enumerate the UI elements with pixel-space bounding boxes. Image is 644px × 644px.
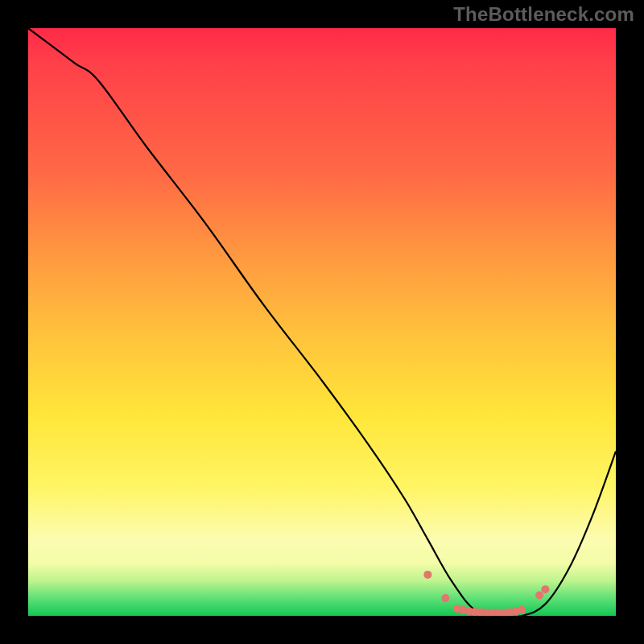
valley-marker	[441, 594, 449, 602]
watermark-label: TheBottleneck.com	[453, 3, 634, 26]
valley-marker	[535, 591, 543, 599]
bottleneck-curve-svg	[28, 28, 616, 616]
chart-frame: TheBottleneck.com	[0, 0, 644, 644]
plot-area	[28, 28, 616, 616]
valley-marker	[423, 571, 431, 579]
valley-marker	[518, 606, 526, 614]
valley-markers-group	[423, 571, 549, 616]
bottleneck-curve-path	[28, 28, 616, 616]
valley-marker	[541, 585, 549, 593]
